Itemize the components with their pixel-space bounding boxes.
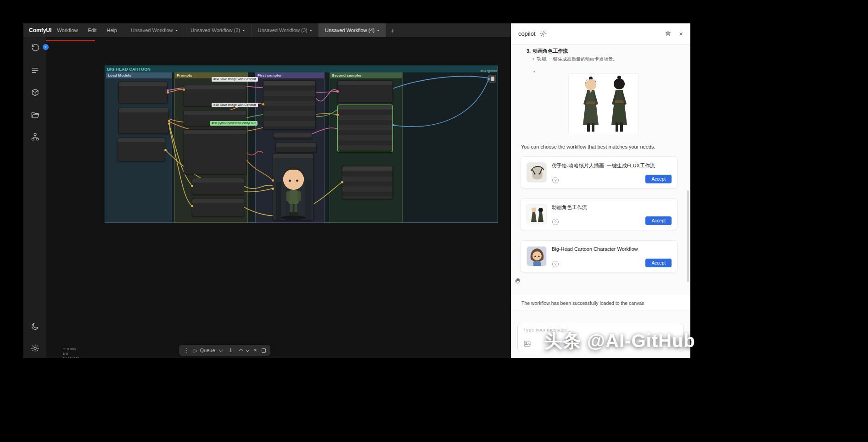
node-port[interactable] xyxy=(168,122,170,125)
bookmark-pill[interactable]: #00 pythongosssss/ComfyUI-C xyxy=(210,121,258,126)
queue-decrease-icon[interactable] xyxy=(246,348,249,352)
graph-node[interactable] xyxy=(117,138,165,161)
unsaved-dot-icon: • xyxy=(175,28,177,33)
node-port[interactable] xyxy=(336,114,339,116)
node-port[interactable] xyxy=(183,88,185,91)
node-port[interactable] xyxy=(336,90,339,93)
comfyui-window: ComfyUI Workflow Edit Help Unsaved Workf… xyxy=(23,23,690,358)
cartoon-girl-thumbnail xyxy=(527,247,547,266)
workflow-card[interactable]: Big-Head Cartoon Character Workflow ? Ac… xyxy=(520,240,678,272)
stop-icon[interactable] xyxy=(262,348,266,353)
bookmark-pill[interactable]: #18 Save Image with Generat xyxy=(212,103,258,107)
copilot-settings-button[interactable] xyxy=(540,30,547,37)
node-port[interactable] xyxy=(191,205,193,207)
node-port[interactable] xyxy=(164,149,167,151)
info-icon[interactable]: ? xyxy=(552,177,559,183)
corner-node-label: #04 rgthree xyxy=(481,69,497,72)
bullet-icon: • xyxy=(533,69,535,74)
bookmark-pill[interactable]: #04 Save Image with Generat xyxy=(212,77,258,82)
left-sidebar: 1 xyxy=(23,37,46,358)
graph-node[interactable] xyxy=(118,82,168,103)
clear-chat-button[interactable] xyxy=(665,30,672,37)
screenshot-root: ComfyUI Workflow Edit Help Unsaved Workf… xyxy=(0,0,868,442)
workflow-card-title: Big-Head Cartoon Character Workflow xyxy=(552,246,666,252)
node-port[interactable] xyxy=(167,89,169,92)
queue-increase-icon[interactable] xyxy=(239,348,242,352)
workflow-tabs: Unsaved Workflow • Unsaved Workflow (2) … xyxy=(124,23,386,37)
bullet-icon: • xyxy=(532,56,534,61)
graph-node-image-preview[interactable] xyxy=(273,154,314,221)
list-item-number: 3. xyxy=(526,48,531,54)
history-button[interactable]: 1 xyxy=(29,42,40,53)
panel-scrollbar[interactable] xyxy=(687,190,689,282)
two-characters-thumbnail xyxy=(527,204,547,224)
node-port[interactable] xyxy=(262,103,264,105)
trash-icon xyxy=(665,30,672,37)
moon-icon xyxy=(31,322,39,331)
graph-node-selected[interactable] xyxy=(337,105,393,152)
tab-unsaved-workflow-1[interactable]: Unsaved Workflow • xyxy=(124,23,184,37)
copilot-title: copilot xyxy=(518,30,536,37)
tab-unsaved-workflow-2[interactable]: Unsaved Workflow (2) • xyxy=(184,23,252,37)
new-tab-button[interactable]: + xyxy=(386,23,399,37)
queue-count-input[interactable]: 1 xyxy=(227,348,235,353)
tab-label: Unsaved Workflow (3) xyxy=(258,28,308,33)
menu-workflow[interactable]: Workflow xyxy=(57,28,78,33)
graph-node[interactable] xyxy=(275,142,317,152)
graph-node[interactable] xyxy=(274,132,312,139)
unsaved-dot-icon: • xyxy=(243,28,245,33)
info-icon[interactable]: ? xyxy=(552,261,559,267)
node-port[interactable] xyxy=(341,181,343,183)
queue-menu-handle[interactable]: ⋮ xyxy=(184,347,189,354)
workflow-thumbnail xyxy=(526,162,547,182)
theme-toggle-button[interactable] xyxy=(29,320,40,332)
queue-sidebar-button[interactable] xyxy=(29,65,40,76)
node-port[interactable] xyxy=(272,188,274,190)
workflow-card[interactable]: 动画角色工作流 ? Accept xyxy=(520,198,678,230)
queue-list-icon xyxy=(31,66,39,75)
accept-button[interactable]: Accept xyxy=(645,259,672,267)
chevron-down-icon[interactable] xyxy=(219,348,223,352)
graph-node-ksampler[interactable] xyxy=(263,80,316,129)
info-icon[interactable]: ? xyxy=(552,219,559,225)
queue-button[interactable]: ▷ Queue xyxy=(194,348,215,354)
app-logo[interactable]: ComfyUI xyxy=(23,27,57,33)
accept-button[interactable]: Accept xyxy=(645,216,672,225)
group-title: First sampler xyxy=(256,73,324,78)
workflow-card-title: 动画角色工作流 xyxy=(552,204,666,211)
node-port[interactable] xyxy=(272,179,274,182)
workflow-card[interactable]: 仿手绘-嘻哈纸片人插画_一键生成FLUX工作流 ? Accept xyxy=(520,156,678,188)
attach-image-button[interactable] xyxy=(523,340,531,348)
unsaved-dot-icon: • xyxy=(310,28,312,33)
node-port[interactable] xyxy=(168,120,170,122)
queue-bar: ⋮ ▷ Queue 1 × xyxy=(179,345,270,356)
close-panel-button[interactable]: × xyxy=(679,30,683,38)
menu-edit[interactable]: Edit xyxy=(88,28,96,33)
character-turnaround-image xyxy=(569,74,639,135)
node-port[interactable] xyxy=(392,124,394,126)
workflows-button[interactable] xyxy=(29,110,40,121)
node-canvas[interactable]: BIG HEAD CARTOON Load Models Prompts Fir… xyxy=(46,37,511,358)
menu-help[interactable]: Help xyxy=(106,28,117,33)
graph-node[interactable] xyxy=(192,178,244,195)
interrupt-icon[interactable]: × xyxy=(254,347,257,354)
model-library-button[interactable] xyxy=(29,87,40,98)
graph-node[interactable] xyxy=(337,80,393,103)
message-list-item: 3.动画角色工作流 xyxy=(526,48,568,55)
graph-node[interactable] xyxy=(342,166,393,199)
tab-unsaved-workflow-4[interactable]: Unsaved Workflow (4) • xyxy=(319,23,386,37)
node-map-button[interactable] xyxy=(29,131,40,142)
graph-node[interactable] xyxy=(184,129,246,174)
node-port[interactable] xyxy=(191,185,193,187)
graph-node[interactable] xyxy=(192,198,244,216)
settings-button[interactable] xyxy=(29,343,40,354)
watermark: 头条 @AI-GitHub xyxy=(544,328,695,354)
tab-unsaved-workflow-3[interactable]: Unsaved Workflow (3) • xyxy=(252,23,319,37)
graph-node[interactable] xyxy=(118,108,169,134)
tab-label: Unsaved Workflow (4) xyxy=(325,28,375,33)
tab-label: Unsaved Workflow (2) xyxy=(190,28,240,33)
node-port[interactable] xyxy=(487,78,490,80)
accept-button[interactable]: Accept xyxy=(645,175,672,183)
list-item-title: 动画角色工作流 xyxy=(532,48,568,54)
gear-icon xyxy=(31,344,39,353)
